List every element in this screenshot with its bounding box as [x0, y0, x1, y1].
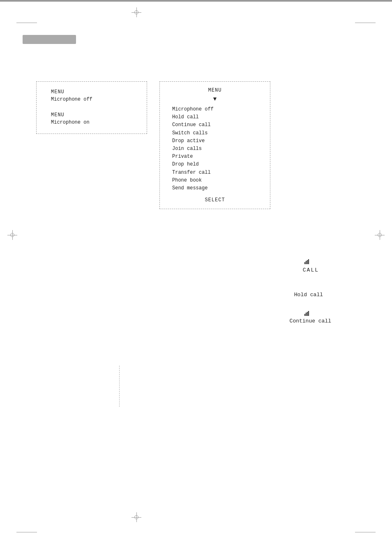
list-item[interactable]: Transfer call: [172, 169, 262, 177]
list-item[interactable]: Private: [172, 153, 262, 161]
list-item[interactable]: Drop active: [172, 137, 262, 145]
call-label: CALL: [303, 267, 319, 273]
left-menu-item-mic-on: Microphone on: [51, 120, 138, 125]
right-menu-select-button[interactable]: SELECT: [168, 197, 262, 203]
svg-rect-3: [308, 259, 309, 264]
list-item[interactable]: Phone book: [172, 177, 262, 184]
right-menu-arrow: ▼: [168, 96, 262, 102]
list-item[interactable]: Drop held: [172, 161, 262, 168]
svg-rect-1: [306, 261, 307, 264]
right-menu-box: MENU ▼ Microphone off Hold call Continue…: [159, 81, 270, 209]
dashed-vertical-line: [119, 366, 120, 407]
list-item[interactable]: Switch calls: [172, 129, 262, 137]
left-menu-title-2: MENU: [51, 112, 138, 118]
svg-rect-6: [307, 312, 308, 316]
right-menu-list: Microphone off Hold call Continue call S…: [172, 106, 262, 192]
list-item[interactable]: Send message: [172, 184, 262, 192]
trim-line: [355, 532, 376, 532]
left-menu-title-1: MENU: [51, 89, 138, 95]
signal-icon-2: [304, 311, 310, 318]
crosshair-bottom: [131, 512, 141, 522]
left-menu-separator: [51, 103, 138, 112]
crosshair-top: [131, 7, 141, 17]
left-menu-item-mic-off: Microphone off: [51, 97, 138, 102]
crosshair-mid-left: [7, 230, 17, 240]
right-menu-title: MENU: [168, 88, 262, 93]
continue-call-label: Continue call: [290, 318, 331, 324]
crosshair-mid-right: [375, 230, 385, 240]
left-menu-box: MENU Microphone off MENU Microphone on: [36, 81, 147, 134]
list-item[interactable]: Continue call: [172, 121, 262, 129]
signal-icon-1: [304, 259, 310, 266]
trim-line: [16, 532, 37, 532]
gray-bar: [23, 35, 76, 44]
svg-rect-4: [304, 314, 305, 316]
corner-mark-br: [0, 1, 392, 2]
trim-line: [16, 23, 37, 23]
list-item[interactable]: Join calls: [172, 145, 262, 153]
svg-rect-7: [308, 311, 309, 316]
hold-call-label: Hold call: [294, 292, 323, 298]
svg-rect-2: [307, 260, 308, 264]
trim-line: [355, 23, 376, 23]
list-item[interactable]: Hold call: [172, 113, 262, 121]
svg-rect-5: [306, 313, 307, 316]
svg-rect-0: [304, 262, 305, 264]
list-item[interactable]: Microphone off: [172, 106, 262, 113]
